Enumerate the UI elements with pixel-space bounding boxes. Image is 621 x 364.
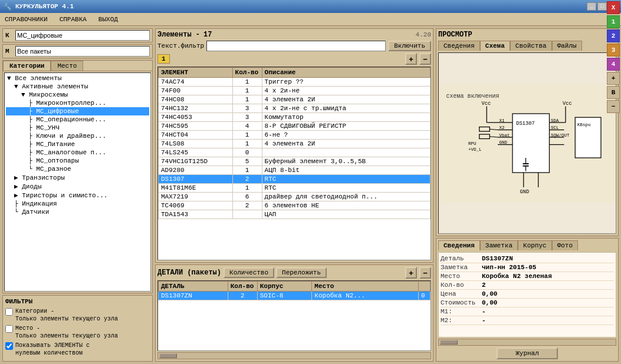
tab-info-svedeniya[interactable]: Сведения bbox=[438, 240, 480, 250]
table-row[interactable]: TC406926 элементов НЕ bbox=[159, 201, 431, 210]
tree-item[interactable]: ▶ Транзисторы bbox=[6, 173, 149, 182]
zoom-in-button[interactable]: + bbox=[607, 72, 620, 85]
table-row[interactable]: MAX72196драйвер для светодиодной п... bbox=[159, 193, 431, 201]
menu-bar: СПРАВОЧНИКИ СПРАВКА ВЫХОД bbox=[0, 13, 621, 26]
tree-item[interactable]: └ МС_разное bbox=[6, 165, 149, 173]
menu-vyhod[interactable]: ВЫХОД bbox=[98, 16, 118, 23]
left-panel: К М Категории Место ▼ Все элементы▼ Акти… bbox=[2, 28, 153, 362]
tab-info-photo[interactable]: Фото bbox=[552, 240, 578, 250]
tab-svedeniya[interactable]: Сведения bbox=[438, 41, 480, 51]
cell-desc: 6-не ? bbox=[262, 131, 430, 140]
table-row[interactable]: M41T81M6E1RTC bbox=[159, 184, 431, 193]
details-scrollbar[interactable] bbox=[157, 352, 431, 359]
table-row[interactable]: 74HC40533Коммутатор bbox=[159, 113, 431, 122]
maximize-button[interactable]: □ bbox=[597, 2, 607, 11]
cell-desc: драйвер для светодиодной п... bbox=[262, 193, 430, 201]
cell-desc bbox=[262, 148, 430, 157]
table-row[interactable]: 74VHC1GT125D5Буферный элемент 3,0..5,5В bbox=[159, 157, 431, 166]
tree-item[interactable]: ▼ Все элементы bbox=[6, 74, 149, 82]
tree-item[interactable]: ├ Микроконтроллер... bbox=[6, 99, 149, 107]
zoom-3-button[interactable]: 3 bbox=[607, 44, 620, 57]
info-scrollbar[interactable] bbox=[438, 339, 616, 346]
tree-item[interactable]: ├ Индикация bbox=[6, 200, 149, 208]
cell-name: 74LS245 bbox=[159, 148, 233, 157]
menu-spravochniki[interactable]: СПРАВОЧНИКИ bbox=[5, 16, 48, 23]
qty-button[interactable]: Количество bbox=[224, 267, 274, 278]
menu-spravka[interactable]: СПРАВКА bbox=[60, 16, 87, 23]
tab-info-note[interactable]: Заметка bbox=[480, 240, 518, 250]
tree-item[interactable]: ▶ Тиристоры и симисто... bbox=[6, 191, 149, 200]
tree-item[interactable]: ├ МС_оптопары bbox=[6, 157, 149, 165]
tree-item[interactable]: ▼ Микросхемы bbox=[6, 91, 149, 99]
cell-desc: 4 х 2и-не bbox=[262, 87, 430, 95]
tree-item[interactable]: └ Датчики bbox=[6, 208, 149, 216]
elements-count: 17 bbox=[203, 31, 212, 39]
tree-item[interactable]: ├ МС_операционные... bbox=[6, 115, 149, 124]
tree-content[interactable]: ▼ Все элементы▼ Активные элементы▼ Микро… bbox=[4, 72, 151, 292]
minimize-button[interactable]: _ bbox=[587, 2, 596, 11]
search-k-input[interactable] bbox=[15, 30, 150, 41]
close-preview-button[interactable]: X bbox=[607, 1, 620, 14]
details-table-container[interactable]: ДЕТАЛЬ Кол-во Корпус Место DS1307ZN2SOIC… bbox=[157, 280, 431, 351]
table-row[interactable]: DS1307ZN2SOIC-8Коробка N2...0 bbox=[159, 292, 431, 300]
move-button[interactable]: Переложить bbox=[276, 267, 327, 278]
tab-properties[interactable]: Свойства bbox=[510, 41, 552, 51]
remove-detail-button[interactable]: − bbox=[419, 267, 431, 279]
tab-categories[interactable]: Категории bbox=[3, 61, 51, 71]
text-filter-input[interactable] bbox=[206, 41, 386, 51]
table-row[interactable]: TDA1543ЦАП bbox=[159, 210, 431, 219]
search-m-input[interactable] bbox=[15, 46, 150, 57]
tree-item[interactable]: ├ Ключи и драйвер... bbox=[6, 132, 149, 140]
cell-name: MAX7219 bbox=[159, 193, 233, 201]
cell-qty: 2 bbox=[232, 175, 262, 184]
svg-text:KBspu: KBspu bbox=[577, 123, 591, 127]
zoom-2-button[interactable]: 2 bbox=[607, 29, 620, 42]
text-filter-label: Текст.фильтр bbox=[157, 42, 204, 49]
filter-place-check[interactable] bbox=[5, 325, 13, 333]
add-detail-button[interactable]: + bbox=[405, 267, 417, 279]
zoom-4-button[interactable]: 4 bbox=[607, 58, 620, 71]
info-key: Стоимость bbox=[441, 299, 482, 306]
filter-zero-check[interactable] bbox=[5, 342, 13, 350]
journal-button[interactable]: Журнал bbox=[497, 348, 558, 359]
tab-place[interactable]: Место bbox=[51, 61, 83, 71]
dcol-place: Место bbox=[312, 282, 419, 292]
tree-item[interactable]: ▶ Диоды bbox=[6, 182, 149, 191]
add-element-button[interactable]: + bbox=[405, 53, 417, 65]
filter-zero-label: Показывать ЭЛЕМЕНТЫ снулевым количеством bbox=[15, 342, 90, 357]
table-row[interactable]: 74LS0814 элемента 2И bbox=[159, 140, 431, 148]
include-button[interactable]: Включить bbox=[388, 41, 431, 51]
details-table: ДЕТАЛЬ Кол-во Корпус Место DS1307ZN2SOIC… bbox=[158, 281, 431, 300]
tree-item[interactable]: ├ МС_аналоговые п... bbox=[6, 148, 149, 157]
table-row[interactable]: 74HC0814 элемента 2И bbox=[159, 95, 431, 104]
table-row[interactable]: AD92801АЦП 8-bit bbox=[159, 166, 431, 175]
tab-files[interactable]: Файлы bbox=[552, 41, 582, 51]
svg-text:Vcc: Vcc bbox=[563, 101, 572, 107]
table-row[interactable]: 74HC59548-Р СДВИГОВЫЙ РЕГИСТР bbox=[159, 122, 431, 131]
info-row: Цена0,00 bbox=[441, 290, 614, 299]
tab-info-pkg[interactable]: Корпус bbox=[518, 240, 552, 250]
table-row[interactable]: 74HC13234 х 2и-не с тр.шмидта bbox=[159, 104, 431, 113]
search-k-row: К bbox=[2, 28, 153, 42]
cell-desc: Коммутатор bbox=[262, 113, 430, 122]
tree-item[interactable]: ├ МС_Питание bbox=[6, 140, 149, 148]
zoom-out-button[interactable]: − bbox=[607, 100, 620, 113]
table-row[interactable]: DS13072RTC bbox=[159, 175, 431, 184]
svg-text:Vcc: Vcc bbox=[482, 101, 491, 107]
cell-qty: 5 bbox=[232, 157, 262, 166]
table-row[interactable]: 74F0014 х 2и-не bbox=[159, 87, 431, 95]
table-row[interactable]: 74LS2450 bbox=[159, 148, 431, 157]
table-row[interactable]: 74AC741Триггер ?? bbox=[159, 78, 431, 87]
filter-categories-check[interactable] bbox=[5, 308, 13, 316]
tree-item[interactable]: ├ МС_цифровые bbox=[6, 107, 149, 115]
svg-text:Vbat: Vbat bbox=[500, 133, 510, 138]
elements-table-container[interactable]: ЭЛЕМЕНТ Кол-во Описание 74AC741Триггер ?… bbox=[157, 67, 431, 260]
tree-item[interactable]: ▼ Активные элементы bbox=[6, 82, 149, 91]
fit-button[interactable]: B bbox=[607, 86, 620, 99]
preview-panel: ПРОСМОТР Сведения Схема Свойства Файлы с… bbox=[436, 28, 619, 236]
tree-item[interactable]: ├ МС_УНЧ bbox=[6, 124, 149, 132]
zoom-1-button[interactable]: 1 bbox=[607, 15, 620, 28]
tab-schema[interactable]: Схема bbox=[480, 41, 510, 51]
remove-element-button[interactable]: − bbox=[419, 53, 431, 65]
table-row[interactable]: 74HCT0416-не ? bbox=[159, 131, 431, 140]
